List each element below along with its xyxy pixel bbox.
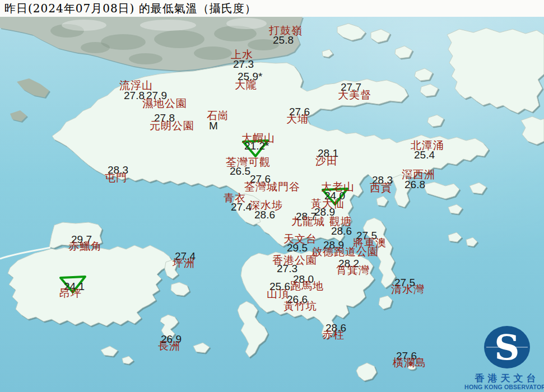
station-name: 赤鱲角	[68, 241, 102, 251]
station-name: 石崗	[207, 110, 229, 121]
station-name: 黃大仙	[311, 198, 345, 209]
station-name: 濕地公園	[142, 98, 187, 109]
station-name: 大埔	[286, 114, 309, 124]
station-value: 27.8	[124, 90, 145, 101]
station-name: 赤柱	[322, 329, 345, 340]
station-name: 觀塘	[329, 216, 352, 227]
station-name: 大帽山	[241, 133, 275, 143]
station-name: 青衣	[224, 193, 246, 203]
station-name: 沙田	[315, 156, 338, 166]
station-name: 大美督	[338, 90, 371, 100]
station-labels-layer: 25.8打鼓嶺27.3上水25.9*大隴27.7大美督27.8流浮山27.9濕地…	[0, 0, 544, 392]
title-bar: 昨日(2024年07月08日) 的最低氣溫（攝氏度）	[0, 0, 544, 17]
station-name: 西貢	[370, 183, 392, 193]
station-name: 荃灣城門谷	[244, 181, 300, 192]
station-name: 九龍城	[291, 216, 325, 227]
station-name: 荃灣可觀	[226, 157, 271, 167]
station-name: 天文台	[283, 234, 317, 244]
station-name: 滘西洲	[402, 169, 435, 180]
station-name: 深水埗	[249, 200, 283, 211]
station-value: 26.8	[404, 179, 425, 190]
station-name: 筲箕灣	[336, 265, 370, 276]
station-name: 大老山	[321, 181, 355, 192]
station-name: 上水	[231, 49, 253, 60]
station-name: 坪洲	[173, 258, 195, 268]
logo-title-en: HONG KONG OBSERVATORY	[464, 384, 544, 390]
page-title: 昨日(2024年07月08日) 的最低氣溫（攝氏度）	[0, 0, 544, 17]
station-value: M	[209, 120, 218, 131]
station-name: 橫瀾島	[393, 357, 426, 368]
station-name: 昂坪	[59, 288, 82, 298]
station-name: 黃竹坑	[283, 301, 317, 311]
station-name: 打鼓嶺	[269, 25, 303, 36]
station-name: 香港公園	[272, 255, 317, 265]
station-name: 元朗公園	[150, 120, 194, 131]
weather-map-screen: 昨日(2024年07月08日) 的最低氣溫（攝氏度） 25.8打鼓嶺27.3上水…	[0, 0, 544, 392]
logo-title-cn: 香港天文台	[464, 372, 544, 385]
station-name: 清水灣	[391, 284, 425, 295]
station-name: 跑馬地	[290, 281, 324, 291]
station-name: 北潭涌	[411, 140, 444, 151]
station-name: 屯門	[105, 172, 127, 183]
station-name: 啟德跑道公園	[311, 246, 379, 257]
station-name: 長洲	[158, 340, 180, 351]
station-name: 山頂	[267, 288, 289, 299]
hko-logo: S 香港天文台 HONG KONG OBSERVATORY	[464, 317, 544, 392]
station-name: 大隴	[235, 80, 257, 90]
hko-logo-emblem: S	[464, 317, 544, 371]
